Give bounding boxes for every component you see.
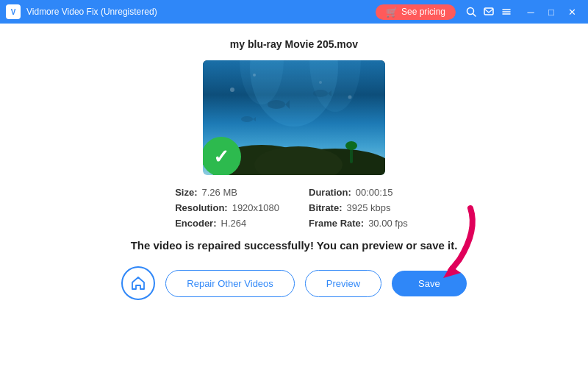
maximize-button[interactable]: □ bbox=[541, 1, 562, 22]
title-bar: V Vidmore Video Fix (Unregistered) 🛒 See… bbox=[0, 0, 588, 24]
bitrate-row: Bitrate: 3925 kbps bbox=[309, 202, 413, 213]
resolution-label: Resolution: bbox=[175, 202, 228, 213]
title-bar-right: 🛒 See pricing bbox=[376, 1, 582, 22]
close-button[interactable]: ✕ bbox=[562, 1, 582, 22]
resolution-row: Resolution: 1920x1080 bbox=[175, 202, 279, 213]
framerate-row: Frame Rate: 30.00 fps bbox=[309, 218, 413, 229]
filename: my blu-ray Movie 205.mov bbox=[230, 38, 358, 50]
success-message: The video is repaired successfully! You … bbox=[131, 239, 458, 252]
svg-point-9 bbox=[230, 88, 234, 92]
save-wrapper: Save bbox=[392, 271, 467, 296]
minimize-button[interactable]: ─ bbox=[520, 1, 541, 22]
framerate-value: 30.00 fps bbox=[368, 218, 408, 229]
svg-point-25 bbox=[345, 141, 357, 150]
search-icon-button[interactable] bbox=[463, 4, 479, 20]
preview-button[interactable]: Preview bbox=[305, 270, 381, 297]
action-buttons: Repair Other Videos Preview Save bbox=[121, 266, 466, 300]
duration-row: Duration: 00:00:15 bbox=[309, 187, 413, 198]
duration-label: Duration: bbox=[309, 187, 351, 198]
video-thumbnail: ✓ bbox=[203, 60, 385, 175]
encoder-label: Encoder: bbox=[175, 218, 216, 229]
cart-icon: 🛒 bbox=[386, 7, 398, 18]
see-pricing-button[interactable]: 🛒 See pricing bbox=[376, 4, 456, 20]
menu-icon-button[interactable] bbox=[498, 4, 514, 20]
duration-value: 00:00:15 bbox=[356, 187, 393, 198]
main-content: my blu-ray Movie 205.mov bbox=[0, 24, 588, 381]
pricing-label: See pricing bbox=[401, 7, 445, 17]
svg-rect-2 bbox=[484, 8, 493, 15]
svg-line-1 bbox=[473, 14, 476, 17]
video-info-grid: Size: 7.26 MB Duration: 00:00:15 Resolut… bbox=[175, 187, 413, 229]
message-icon-button[interactable] bbox=[481, 4, 497, 20]
resolution-value: 1920x1080 bbox=[232, 202, 279, 213]
encoder-row: Encoder: H.264 bbox=[175, 218, 279, 229]
size-row: Size: 7.26 MB bbox=[175, 187, 279, 198]
svg-marker-18 bbox=[253, 117, 256, 121]
framerate-label: Frame Rate: bbox=[309, 218, 364, 229]
repair-other-button[interactable]: Repair Other Videos bbox=[165, 270, 295, 297]
svg-point-15 bbox=[313, 90, 328, 97]
svg-point-12 bbox=[319, 81, 322, 84]
app-logo: V bbox=[6, 4, 21, 19]
bitrate-value: 3925 kbps bbox=[347, 202, 391, 213]
success-checkmark: ✓ bbox=[203, 137, 241, 175]
title-icons bbox=[463, 4, 514, 20]
encoder-value: H.264 bbox=[221, 218, 247, 229]
home-button[interactable] bbox=[121, 266, 155, 300]
title-bar-left: V Vidmore Video Fix (Unregistered) bbox=[6, 4, 157, 19]
app-title: Vidmore Video Fix (Unregistered) bbox=[26, 7, 157, 17]
window-controls: ─ □ ✕ bbox=[520, 1, 582, 22]
size-label: Size: bbox=[175, 187, 197, 198]
svg-point-17 bbox=[241, 116, 253, 122]
bitrate-label: Bitrate: bbox=[309, 202, 343, 213]
size-value: 7.26 MB bbox=[202, 187, 237, 198]
svg-point-11 bbox=[348, 96, 352, 99]
svg-point-10 bbox=[253, 74, 256, 76]
save-button[interactable]: Save bbox=[392, 271, 467, 296]
svg-point-13 bbox=[268, 100, 285, 109]
